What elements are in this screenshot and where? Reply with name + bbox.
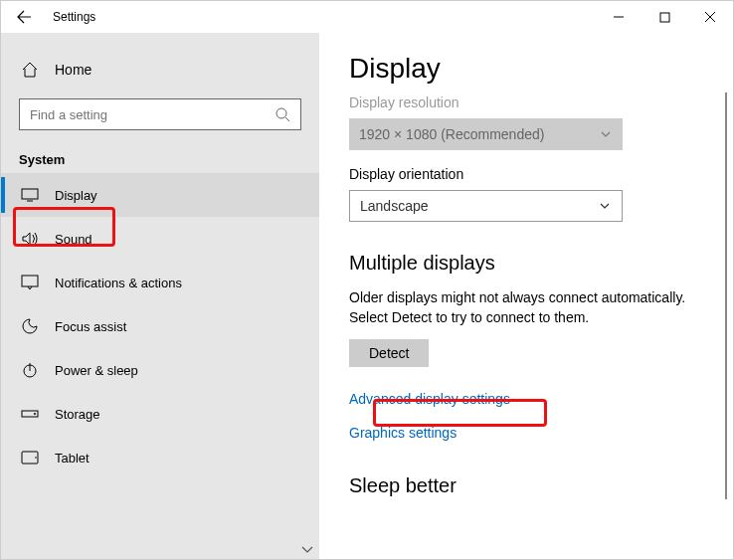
sidebar-item-power-sleep[interactable]: Power & sleep	[1, 348, 319, 392]
advanced-display-settings-link[interactable]: Advanced display settings	[349, 391, 733, 407]
notifications-icon	[21, 275, 39, 290]
sidebar-item-label: Power & sleep	[55, 363, 138, 378]
sidebar-item-storage[interactable]: Storage	[1, 392, 319, 436]
svg-point-6	[34, 413, 36, 415]
storage-icon	[21, 408, 39, 420]
scrollbar[interactable]	[725, 93, 727, 499]
home-label: Home	[55, 62, 92, 78]
svg-rect-0	[660, 13, 669, 22]
sidebar-item-notifications[interactable]: Notifications & actions	[1, 261, 319, 304]
chevron-down-icon	[599, 127, 613, 141]
sidebar-item-label: Sound	[55, 232, 92, 247]
sidebar-item-label: Focus assist	[55, 319, 126, 334]
home-nav-item[interactable]: Home	[1, 51, 319, 89]
power-icon	[21, 361, 39, 379]
maximize-button[interactable]	[642, 1, 687, 33]
svg-point-8	[35, 457, 37, 459]
sidebar-section-header: System	[1, 140, 319, 173]
orientation-label: Display orientation	[349, 166, 733, 182]
svg-rect-3	[22, 276, 38, 286]
svg-rect-2	[22, 189, 38, 199]
sleep-better-header: Sleep better	[349, 474, 733, 497]
sidebar: Home System Display Sound Notifications …	[1, 33, 319, 559]
minimize-icon	[613, 11, 625, 23]
sound-icon	[21, 231, 39, 247]
back-button[interactable]	[1, 1, 47, 33]
sidebar-item-tablet[interactable]: Tablet	[1, 436, 319, 479]
content-pane: Display Display resolution 1920 × 1080 (…	[319, 33, 733, 559]
multiple-displays-body: Older displays might not always connect …	[349, 288, 707, 327]
svg-point-1	[276, 108, 286, 118]
sidebar-item-focus-assist[interactable]: Focus assist	[1, 304, 319, 348]
window-title: Settings	[53, 10, 95, 24]
minimize-button[interactable]	[596, 1, 642, 33]
tablet-icon	[21, 451, 39, 465]
search-icon	[275, 106, 290, 122]
close-button[interactable]	[687, 1, 733, 33]
page-title: Display	[349, 53, 733, 85]
sidebar-item-label: Notifications & actions	[55, 276, 182, 290]
focus-assist-icon	[21, 317, 39, 335]
detect-button[interactable]: Detect	[349, 339, 429, 367]
title-bar: Settings	[1, 1, 733, 33]
sidebar-item-display[interactable]: Display	[1, 173, 319, 217]
orientation-value: Landscape	[360, 198, 429, 214]
resolution-label: Display resolution	[349, 94, 733, 110]
sidebar-item-label: Display	[55, 188, 97, 203]
home-icon	[21, 61, 39, 79]
close-icon	[704, 11, 716, 23]
resolution-select: 1920 × 1080 (Recommended)	[349, 118, 623, 150]
maximize-icon	[659, 12, 670, 23]
sidebar-item-label: Tablet	[55, 451, 90, 466]
sidebar-item-label: Storage	[55, 407, 100, 422]
search-input[interactable]	[30, 107, 275, 122]
chevron-down-icon[interactable]	[299, 541, 315, 557]
display-icon	[21, 188, 39, 202]
search-box[interactable]	[19, 98, 301, 130]
arrow-left-icon	[16, 9, 32, 25]
sidebar-item-sound[interactable]: Sound	[1, 217, 319, 261]
resolution-value: 1920 × 1080 (Recommended)	[359, 126, 544, 142]
multiple-displays-header: Multiple displays	[349, 252, 733, 275]
orientation-select[interactable]: Landscape	[349, 190, 623, 222]
chevron-down-icon	[598, 199, 612, 213]
graphics-settings-link[interactable]: Graphics settings	[349, 425, 733, 441]
